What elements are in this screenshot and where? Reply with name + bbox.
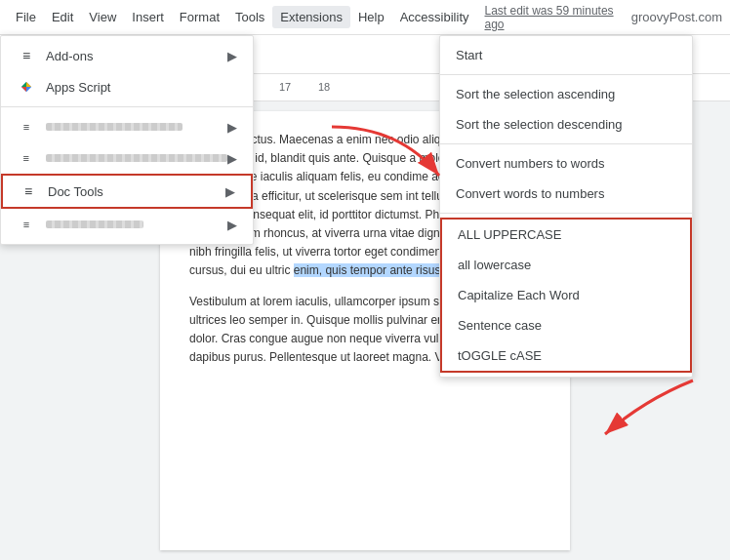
site-label: groovyPost.com xyxy=(631,10,722,24)
menu-extensions[interactable]: Extensions xyxy=(272,6,350,28)
menu-view[interactable]: View xyxy=(81,6,124,28)
menu-help[interactable]: Help xyxy=(350,6,392,28)
menu-format[interactable]: Format xyxy=(172,6,227,28)
blurred-label-1 xyxy=(46,123,182,131)
blurred1-arrow: ▶ xyxy=(227,120,237,135)
submenu-toggle[interactable]: tOGGLE cASE xyxy=(442,340,690,371)
submenu-uppercase[interactable]: ALL UPPERCASE xyxy=(442,220,690,250)
extensions-doc-tools[interactable]: ≡ Doc Tools ▶ xyxy=(1,174,253,209)
last-edit-label[interactable]: Last edit was 59 minutes ago xyxy=(485,4,631,31)
submenu-capitalize[interactable]: Capitalize Each Word xyxy=(442,280,690,310)
submenu-words-to-num[interactable]: Convert words to numbers xyxy=(440,179,692,209)
submenu-start[interactable]: Start xyxy=(440,40,692,70)
addons-arrow: ▶ xyxy=(227,49,237,63)
blurred2-icon: ≡ xyxy=(17,148,36,168)
menu-insert[interactable]: Insert xyxy=(124,6,172,28)
submenu-sep-1 xyxy=(440,74,692,75)
blurred1-icon: ≡ xyxy=(17,117,36,137)
submenu-sep-2 xyxy=(440,143,692,144)
extensions-item-blurred-2[interactable]: ≡ ▶ xyxy=(1,142,253,174)
apps-script-label: Apps Script xyxy=(46,80,110,95)
extensions-item-blurred-3[interactable]: ≡ ▶ xyxy=(1,209,253,240)
submenu-sort-asc[interactable]: Sort the selection ascending xyxy=(440,79,692,109)
doc-tools-label: Doc Tools xyxy=(48,184,103,199)
menu-bar: File Edit View Insert Format Tools Exten… xyxy=(0,0,730,35)
ruler-17: 17 xyxy=(265,81,304,94)
addons-icon: ≡ xyxy=(17,46,36,65)
doc-tools-submenu: Start Sort the selection ascending Sort … xyxy=(439,35,693,378)
ruler-18: 18 xyxy=(304,81,344,94)
addons-label: Add-ons xyxy=(46,49,93,63)
doc-tools-icon: ≡ xyxy=(19,181,38,201)
submenu-sort-desc[interactable]: Sort the selection descending xyxy=(440,109,692,140)
menu-file[interactable]: File xyxy=(8,6,44,28)
submenu-sentence[interactable]: Sentence case xyxy=(442,310,690,340)
doc-tools-arrow: ▶ xyxy=(225,184,235,199)
submenu-sep-3 xyxy=(440,213,692,214)
separator-1 xyxy=(1,106,253,107)
menu-tools[interactable]: Tools xyxy=(227,6,272,28)
blurred2-arrow: ▶ xyxy=(227,151,237,166)
blurred3-icon: ≡ xyxy=(17,215,36,234)
blurred-label-3 xyxy=(46,220,143,228)
blurred3-arrow: ▶ xyxy=(227,218,237,232)
submenu-num-to-words[interactable]: Convert numbers to words xyxy=(440,148,692,179)
blurred-label-2 xyxy=(46,154,227,162)
menu-edit[interactable]: Edit xyxy=(44,6,81,28)
submenu-lowercase[interactable]: all lowercase xyxy=(442,250,690,280)
extensions-apps-script[interactable]: Apps Script xyxy=(1,71,253,102)
apps-script-icon xyxy=(17,77,36,97)
extensions-item-blurred-1[interactable]: ≡ ▶ xyxy=(1,111,253,142)
extensions-dropdown: ≡ Add-ons ▶ Apps Script ≡ ▶ ≡ ▶ ≡ xyxy=(0,35,254,245)
menu-accessibility[interactable]: Accessibility xyxy=(392,6,477,28)
extensions-addons[interactable]: ≡ Add-ons ▶ xyxy=(1,40,253,71)
case-options-box: ALL UPPERCASE all lowercase Capitalize E… xyxy=(440,218,692,373)
